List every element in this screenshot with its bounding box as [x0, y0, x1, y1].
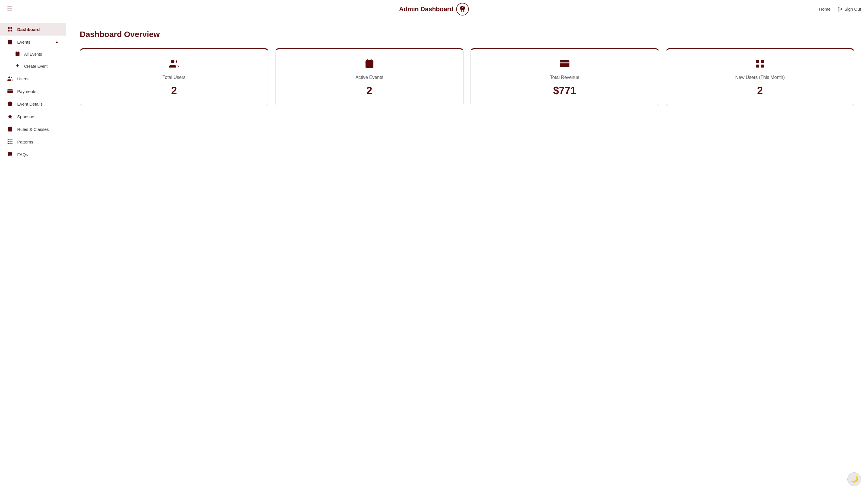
sidebar-item-users-label: Users	[17, 76, 28, 81]
payments-icon	[7, 88, 13, 94]
svg-rect-22	[8, 140, 8, 140]
new-users-stat-icon	[755, 59, 765, 71]
main-content: Dashboard Overview Total Users 2 Active …	[66, 18, 868, 493]
svg-rect-23	[9, 140, 10, 140]
svg-rect-1	[8, 27, 10, 29]
sidebar-item-payments-label: Payments	[17, 89, 37, 94]
svg-rect-3	[8, 30, 10, 31]
sidebar-item-payments[interactable]: Payments	[0, 85, 66, 98]
sidebar-item-event-details-label: Event Details	[17, 102, 42, 106]
horse-logo-icon	[459, 5, 467, 14]
sidebar-item-faqs[interactable]: FAQs	[0, 148, 66, 161]
svg-rect-26	[9, 141, 10, 142]
svg-rect-29	[9, 143, 10, 144]
new-users-value: 2	[757, 85, 763, 97]
sidebar-item-faqs-label: FAQs	[17, 152, 28, 157]
sidebar-item-dashboard-label: Dashboard	[17, 27, 40, 32]
faqs-icon	[7, 151, 13, 157]
top-nav-right: Home Sign Out	[819, 6, 861, 12]
sidebar-item-sponsors-label: Sponsors	[17, 114, 35, 119]
dark-mode-toggle[interactable]: 🌙	[847, 472, 861, 486]
total-revenue-value: $771	[553, 85, 576, 97]
svg-rect-39	[761, 60, 764, 63]
create-event-icon	[15, 63, 20, 69]
sidebar-item-all-events[interactable]: All Events	[0, 48, 66, 60]
top-nav: ☰ Admin Dashboard Home Sign Out	[0, 0, 868, 18]
svg-rect-25	[8, 141, 8, 142]
sign-out-label: Sign Out	[845, 6, 861, 12]
svg-rect-4	[10, 30, 12, 31]
stat-card-new-users: New Users (This Month) 2	[666, 48, 854, 106]
svg-rect-9	[16, 52, 20, 56]
sidebar-item-create-event-label: Create Event	[24, 64, 48, 69]
total-users-label: Total Users	[163, 75, 186, 80]
svg-rect-27	[12, 141, 12, 142]
svg-rect-40	[756, 65, 759, 68]
patterns-icon	[7, 139, 13, 145]
new-users-label: New Users (This Month)	[735, 75, 785, 80]
top-nav-center: Admin Dashboard	[399, 3, 469, 16]
sign-out-button[interactable]: Sign Out	[838, 6, 861, 12]
sidebar-item-rules-classes[interactable]: Rules & Classes	[0, 123, 66, 135]
events-icon	[7, 39, 13, 45]
calendar-stat-icon	[364, 59, 375, 71]
all-events-icon	[15, 51, 20, 57]
active-events-value: 2	[366, 85, 372, 97]
sidebar-item-event-details[interactable]: Event Details	[0, 98, 66, 110]
stat-card-total-revenue: Total Revenue $771	[470, 48, 659, 106]
dashboard-icon	[7, 26, 13, 32]
svg-rect-41	[761, 65, 764, 68]
home-link[interactable]: Home	[819, 6, 831, 12]
sidebar-item-sponsors[interactable]: Sponsors	[0, 110, 66, 123]
sidebar-item-dashboard[interactable]: Dashboard	[0, 23, 66, 36]
svg-rect-32	[365, 60, 373, 68]
total-users-value: 2	[171, 85, 177, 97]
svg-rect-5	[8, 40, 12, 44]
svg-rect-28	[8, 143, 8, 144]
hamburger-icon[interactable]: ☰	[7, 5, 13, 13]
svg-rect-2	[10, 27, 12, 29]
rules-icon	[7, 126, 13, 132]
svg-marker-21	[8, 114, 13, 119]
stat-card-active-events: Active Events 2	[275, 48, 464, 106]
app-title: Admin Dashboard	[399, 5, 453, 13]
logo-circle	[457, 3, 469, 16]
chevron-up-icon: ▲	[55, 40, 59, 44]
stat-card-total-users: Total Users 2	[80, 48, 268, 106]
sidebar-item-events-label: Events	[17, 40, 30, 44]
total-revenue-label: Total Revenue	[550, 75, 579, 80]
page-title: Dashboard Overview	[80, 30, 854, 39]
sidebar-item-all-events-label: All Events	[24, 52, 42, 57]
layout: Dashboard Events ▲ All Events Create	[0, 0, 868, 493]
svg-rect-38	[756, 60, 759, 63]
sidebar-item-patterns-label: Patterns	[17, 140, 33, 144]
active-events-label: Active Events	[355, 75, 383, 80]
sidebar-item-patterns[interactable]: Patterns	[0, 135, 66, 148]
sidebar-item-users[interactable]: Users	[0, 72, 66, 85]
svg-rect-16	[7, 89, 13, 93]
svg-rect-24	[12, 140, 12, 140]
svg-rect-36	[560, 60, 570, 67]
users-stat-icon	[169, 59, 179, 71]
sign-out-icon	[838, 6, 843, 12]
svg-rect-30	[12, 143, 12, 144]
event-details-icon	[7, 101, 13, 107]
svg-point-15	[8, 77, 10, 79]
sidebar-item-create-event[interactable]: Create Event	[0, 60, 66, 72]
sponsors-icon	[7, 114, 13, 120]
users-icon	[7, 76, 13, 82]
sidebar-item-rules-classes-label: Rules & Classes	[17, 127, 49, 132]
sidebar-item-events[interactable]: Events ▲	[0, 36, 66, 48]
svg-point-31	[171, 60, 174, 63]
revenue-stat-icon	[559, 59, 570, 71]
stats-grid: Total Users 2 Active Events 2 Total Reve…	[80, 48, 854, 106]
sidebar: Dashboard Events ▲ All Events Create	[0, 18, 66, 493]
